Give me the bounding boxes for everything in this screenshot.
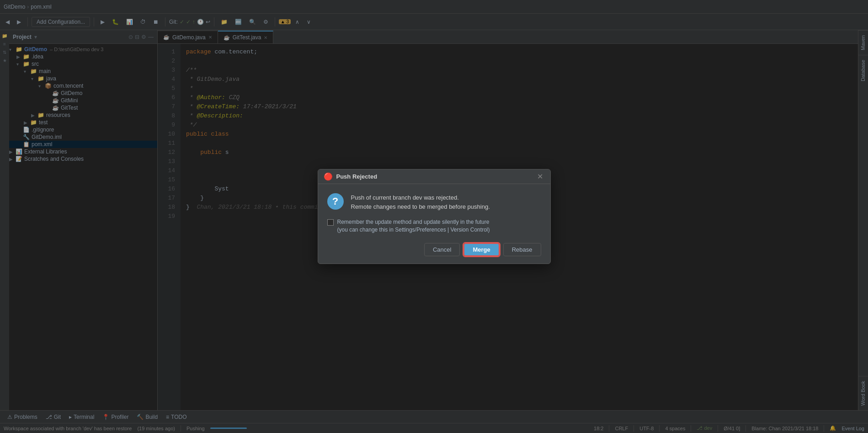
dialog-checkbox-label: Remember the update method and update si… — [337, 218, 490, 234]
dialog-info-icon: ? — [327, 193, 344, 210]
dialog-checkbox-text1: Remember the update method and update si… — [337, 219, 490, 225]
dialog-close-button[interactable]: ✕ — [535, 171, 545, 182]
dialog-message-text: Push of current branch dev was rejected.… — [351, 193, 490, 211]
dialog-message-line2: Remote changes need to be merged before … — [351, 203, 490, 210]
dialog-message-line1: Push of current branch dev was rejected. — [351, 194, 459, 201]
dialog-rebase-button[interactable]: Rebase — [503, 243, 541, 256]
dialog-checkbox-text2: (you can change this in Settings/Prefere… — [337, 227, 490, 233]
dialog-body: ? Push of current branch dev was rejecte… — [318, 184, 550, 264]
dialog-merge-button[interactable]: Merge — [463, 243, 499, 256]
dialog-overlay: 🔴 Push Rejected ✕ ? Push of current bran… — [0, 0, 868, 433]
dialog-message-row: ? Push of current branch dev was rejecte… — [327, 193, 541, 211]
dialog-remember-checkbox[interactable] — [327, 219, 334, 226]
dialog-buttons: Cancel Merge Rebase — [327, 243, 541, 256]
dialog-logo-icon: 🔴 — [324, 172, 333, 181]
dialog-checkbox-row: Remember the update method and update si… — [327, 218, 541, 234]
push-rejected-dialog: 🔴 Push Rejected ✕ ? Push of current bran… — [318, 169, 551, 264]
dialog-cancel-button[interactable]: Cancel — [424, 243, 460, 256]
dialog-title-bar: 🔴 Push Rejected ✕ — [318, 169, 550, 184]
dialog-title-text: Push Rejected — [336, 173, 535, 180]
